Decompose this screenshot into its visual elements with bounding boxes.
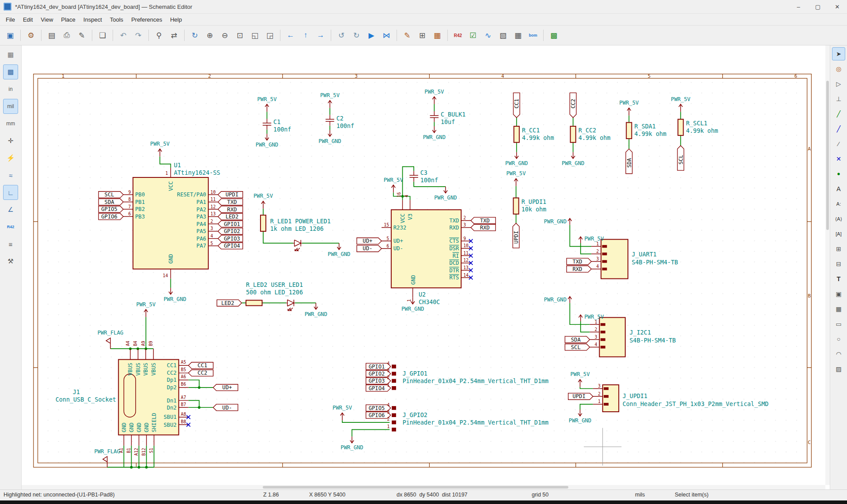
close-button[interactable]: ✕: [828, 0, 847, 13]
right-tool-add-power-port[interactable]: ⊥: [832, 92, 845, 105]
menu-edit[interactable]: Edit: [19, 15, 37, 24]
toolbar-icon-undo[interactable]: ↶: [117, 29, 130, 42]
right-tool-netclass-directive[interactable]: A:: [832, 197, 845, 211]
toolbar-icon-paste[interactable]: ❏: [96, 29, 109, 42]
right-tool-add-junction[interactable]: •: [832, 167, 845, 181]
toolbar-icon-symbol-library-browser[interactable]: ⊞: [416, 29, 429, 42]
menu-file[interactable]: File: [2, 15, 19, 24]
toolbar-icon-schematic-setup[interactable]: ⚙: [24, 29, 38, 42]
left-tool-hierarchy-navigator[interactable]: ≡: [3, 237, 18, 252]
right-tool-hierarchical-sheet[interactable]: ⊞: [832, 242, 845, 256]
toolbar-icon-annotate[interactable]: ✎: [401, 29, 414, 42]
left-tool-show-hidden-pins[interactable]: ⚡: [3, 150, 18, 165]
svg-text:Dn1: Dn1: [167, 398, 177, 404]
menu-inspect[interactable]: Inspect: [79, 15, 106, 24]
svg-text:J_GPIO1: J_GPIO1: [402, 370, 427, 377]
vertical-scrollbar-thumb[interactable]: [826, 81, 829, 230]
toolbar-icon-plot[interactable]: ✎: [75, 29, 88, 42]
menu-place[interactable]: Place: [57, 15, 79, 24]
status-zoom: Z 1.86: [263, 492, 279, 498]
right-tool-highlight-net-tool[interactable]: ◎: [832, 62, 845, 75]
menu-help[interactable]: Help: [166, 15, 186, 24]
toolbar-icon-find[interactable]: ⚲: [152, 29, 166, 42]
left-tool-properties-manager[interactable]: ⚒: [3, 254, 18, 269]
maximize-button[interactable]: ▢: [808, 0, 828, 13]
menu-preferences[interactable]: Preferences: [127, 15, 166, 24]
toolbar-icon-refresh-view[interactable]: ↻: [188, 29, 201, 42]
right-tool-add-rectangle[interactable]: ▭: [832, 317, 845, 331]
svg-text:A12: A12: [134, 448, 139, 456]
status-highlighted-net: Highlighted net: unconnected-(U1-PB1-Pad…: [4, 492, 115, 498]
toolbar-icon-zoom-selection[interactable]: ◲: [263, 29, 276, 42]
toolbar-icon-nav-up[interactable]: ↑: [299, 29, 312, 42]
svg-text:TXD: TXD: [480, 218, 490, 224]
right-tool-add-image[interactable]: ▨: [832, 362, 845, 376]
toolbar-icon-rotate-cw[interactable]: ↻: [350, 29, 363, 42]
minimize-button[interactable]: –: [789, 0, 808, 13]
left-tool-units-inches[interactable]: in: [3, 82, 18, 97]
svg-text:GPIO3: GPIO3: [369, 378, 385, 384]
horizontal-scrollbar[interactable]: [22, 485, 825, 489]
right-tool-add-text[interactable]: T: [832, 272, 845, 286]
schematic-sheet[interactable]: 123456 ABC: [22, 45, 825, 485]
toolbar-icon-redo[interactable]: ↷: [132, 29, 145, 42]
toolbar-icon-mirror[interactable]: ⋈: [380, 29, 393, 42]
left-tool-full-crosshair-cursor[interactable]: ✛: [3, 133, 18, 148]
left-tool-wire-45-mode[interactable]: ∠: [3, 202, 18, 217]
toolbar-icon-zoom-in[interactable]: ⊕: [203, 29, 216, 42]
left-tool-free-angle-wire-mode[interactable]: ≈: [3, 168, 18, 183]
toolbar-icon-symbol-fields-table[interactable]: R42: [451, 29, 465, 42]
right-tool-select-tool[interactable]: ➤: [832, 47, 845, 60]
vertical-scrollbar[interactable]: [825, 45, 830, 485]
menu-tools[interactable]: Tools: [106, 15, 127, 24]
toolbar-icon-zoom-fit[interactable]: ⊡: [233, 29, 246, 42]
toolbar-icon-zoom-objects[interactable]: ◱: [248, 29, 261, 42]
right-tool-wire-to-bus-entry[interactable]: ∕: [832, 137, 845, 150]
toolbar-icon-edit-symbol-fields[interactable]: ▦: [431, 29, 444, 42]
left-tool-net-navigator[interactable]: R42: [3, 219, 18, 234]
schematic-canvas[interactable]: 123456 ABC: [22, 45, 830, 489]
toolbar-icon-erc[interactable]: ☑: [466, 29, 480, 42]
toolbar-icon-nav-forward[interactable]: →: [314, 29, 327, 42]
right-tool-add-table[interactable]: ▦: [832, 302, 845, 316]
svg-text:CC2: CC2: [167, 370, 177, 376]
toolbar-icon-zoom-out[interactable]: ⊖: [218, 29, 231, 42]
right-tool-global-label[interactable]: ⟨A⟩: [832, 212, 845, 226]
svg-text:RXD: RXD: [480, 225, 490, 231]
right-tool-add-bus[interactable]: ╱: [832, 122, 845, 135]
svg-text:7: 7: [128, 204, 131, 209]
toolbar-icon-save[interactable]: ▣: [4, 29, 17, 42]
right-tool-net-label[interactable]: A: [832, 182, 845, 196]
left-tool-units-mm[interactable]: mm: [3, 116, 18, 131]
toolbar-icon-bom[interactable]: bom: [526, 29, 540, 42]
left-tool-grid-visibility[interactable]: ▦: [3, 47, 18, 62]
toolbar-icon-run-simulation[interactable]: ▶: [365, 29, 378, 42]
toolbar-icon-nav-back[interactable]: ←: [284, 29, 297, 42]
toolbar-icon-find-replace[interactable]: ⇄: [167, 29, 181, 42]
toolbar-icon-page-settings[interactable]: ▤: [45, 29, 58, 42]
right-toolbar: ➤◎▷⊥╱╱∕✕•AA:⟨A⟩[A]⊞⊟T▣▦▭○◠▨: [830, 45, 847, 489]
svg-text:PWR_5V: PWR_5V: [619, 100, 639, 106]
toolbar-icon-open-pcb-editor[interactable]: ▩: [547, 29, 560, 42]
right-tool-add-circle[interactable]: ○: [832, 332, 845, 346]
right-tool-add-symbol[interactable]: ▷: [832, 77, 845, 90]
svg-text:1: 1: [407, 299, 412, 302]
svg-text:PA6: PA6: [197, 236, 206, 242]
toolbar-icon-generate-bom-table[interactable]: ▦: [511, 29, 525, 42]
toolbar-icon-rotate-ccw[interactable]: ↺: [335, 29, 348, 42]
right-tool-add-textbox[interactable]: ▣: [832, 287, 845, 301]
left-tool-grid-overrides[interactable]: ▩: [3, 64, 18, 79]
menu-view[interactable]: View: [37, 15, 57, 24]
toolbar-icon-simulator[interactable]: ∿: [481, 29, 495, 42]
left-tool-units-mils[interactable]: mil: [3, 99, 18, 114]
toolbar-icon-print[interactable]: ⎙: [60, 29, 73, 42]
right-tool-no-connect-flag[interactable]: ✕: [832, 152, 845, 165]
right-tool-add-arc[interactable]: ◠: [832, 347, 845, 361]
right-tool-add-wire[interactable]: ╱: [832, 107, 845, 120]
right-tool-import-sheet-pin[interactable]: ⊟: [832, 257, 845, 271]
left-tool-hv-wire-mode[interactable]: ∟: [3, 185, 18, 200]
right-tool-hierarchical-label[interactable]: [A]: [832, 227, 845, 241]
toolbar-icon-assign-footprints[interactable]: ▧: [496, 29, 510, 42]
horizontal-scrollbar-thumb[interactable]: [263, 486, 568, 489]
symbol-r-updi1[interactable]: R_UPDI1 10k ohm: [513, 198, 546, 214]
